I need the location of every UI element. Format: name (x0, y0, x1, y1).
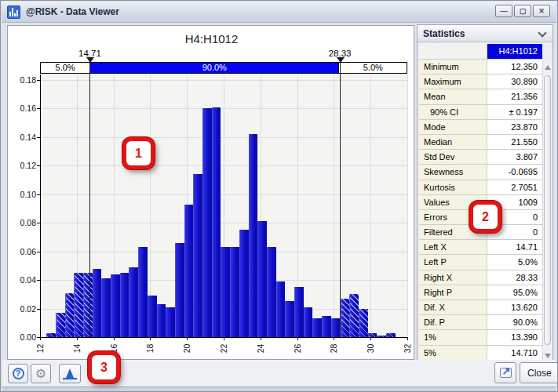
stat-value: 21.356 (487, 89, 542, 104)
histogram-bar[interactable] (56, 313, 65, 337)
table-row[interactable]: Dif. P90.0% (419, 315, 542, 330)
table-row[interactable]: Skewness-0.0695 (419, 165, 542, 180)
histogram-bar[interactable] (230, 247, 239, 337)
stat-label: Dif. P (419, 315, 487, 330)
histogram-bar[interactable] (111, 274, 120, 337)
right-delimiter-marker[interactable] (337, 57, 345, 63)
left-percent-cell: 5.0% (41, 63, 90, 73)
scroll-down-icon[interactable] (545, 354, 551, 358)
histogram-bar[interactable] (175, 243, 184, 337)
histogram-bar[interactable] (257, 221, 267, 337)
histogram-plot[interactable]: 0.000.020.040.060.080.100.120.140.160.18… (8, 26, 414, 359)
stats-column-header-row[interactable]: H4:H1012 (419, 44, 542, 60)
data-viewer-window: @RISK - Data Viewer — ▢ ✕ H4:H1012 0.000… (0, 0, 558, 392)
histogram-bar[interactable] (157, 304, 166, 337)
histogram-bar[interactable] (74, 273, 83, 337)
table-row[interactable]: Std Dev3.807 (419, 150, 542, 165)
export-button[interactable] (494, 362, 516, 383)
left-delimiter-line[interactable] (89, 63, 90, 337)
histogram-bar[interactable] (267, 247, 276, 337)
histogram-bar[interactable] (193, 174, 202, 337)
histogram-bar[interactable] (138, 247, 148, 337)
stat-value: 14.710 (487, 346, 542, 361)
histogram-bar[interactable] (312, 318, 322, 337)
table-row[interactable]: Right P95.0% (419, 285, 542, 300)
table-row[interactable]: Median21.550 (419, 135, 542, 150)
histogram-bar[interactable] (184, 205, 194, 337)
histogram-bar[interactable] (101, 278, 111, 337)
callout-badge-2: 2 (469, 201, 501, 233)
y-axis-label: 0.18 (11, 75, 36, 85)
stat-value: 2.7051 (487, 180, 542, 195)
stat-label: Mean (419, 89, 487, 104)
table-row[interactable]: 5%14.710 (419, 346, 542, 361)
x-axis-label: 22 (220, 337, 228, 361)
histogram-bar[interactable] (349, 294, 359, 337)
bottom-toolbar (2, 360, 556, 387)
histogram-bar[interactable] (120, 273, 129, 337)
title-bar[interactable]: @RISK - Data Viewer — ▢ ✕ (2, 2, 556, 23)
stat-value: 90.0% (487, 315, 542, 330)
x-axis-label: 12 (36, 337, 45, 361)
stat-label: Minimum (419, 60, 487, 74)
histogram-bar[interactable] (93, 269, 102, 337)
stat-value: 13.620 (487, 300, 542, 315)
histogram-bar[interactable] (83, 273, 93, 337)
close-window-button[interactable]: ✕ (533, 5, 550, 17)
chevron-down-icon[interactable] (538, 28, 546, 37)
x-gridline (334, 74, 334, 337)
x-axis-label: 24 (256, 337, 264, 361)
histogram-bar[interactable] (322, 316, 331, 337)
stat-label: Right P (419, 285, 487, 300)
histogram-bar[interactable] (148, 296, 157, 337)
right-delimiter-line[interactable] (340, 63, 341, 337)
histogram-bar[interactable] (239, 230, 249, 337)
histogram-bar[interactable] (285, 301, 294, 337)
histogram-bar[interactable] (221, 247, 230, 337)
histogram-bar[interactable] (331, 318, 341, 337)
table-row[interactable]: 1%13.390 (419, 330, 542, 345)
table-row[interactable]: Left P5.0% (419, 255, 542, 270)
close-button[interactable]: Close (520, 362, 558, 383)
table-row[interactable]: Maximum30.890 (419, 74, 542, 89)
histogram-bar[interactable] (294, 287, 304, 337)
statistics-header[interactable]: Statistics (418, 25, 553, 42)
histogram-bar[interactable] (341, 299, 350, 337)
table-row[interactable]: Minimum12.350 (419, 60, 542, 74)
scroll-thumb[interactable] (544, 75, 551, 345)
histogram-bar[interactable] (359, 309, 368, 337)
x-axis-line (40, 337, 407, 338)
help-button[interactable]: ? (8, 364, 28, 383)
table-row[interactable]: Left X14.71 (419, 240, 542, 255)
table-row[interactable]: 90% CI± 0.197 (419, 105, 542, 120)
minimize-button[interactable]: — (495, 5, 512, 17)
table-row[interactable]: Mode23.870 (419, 120, 542, 135)
table-row[interactable]: Mean21.356 (419, 89, 542, 104)
histogram-bar[interactable] (65, 293, 75, 337)
histogram-bar[interactable] (249, 134, 258, 337)
left-delimiter-marker[interactable] (86, 57, 94, 63)
stats-scrollbar[interactable] (542, 61, 552, 362)
stat-label (419, 44, 487, 60)
histogram-bar[interactable] (202, 108, 212, 337)
x-axis-label: 26 (293, 337, 301, 361)
table-row[interactable]: Kurtosis2.7051 (419, 180, 542, 195)
table-row[interactable]: Right X28.33 (419, 270, 542, 285)
settings-button[interactable]: ⚙ (31, 364, 51, 383)
distribution-view-button[interactable] (59, 364, 81, 383)
stat-label: Dif. X (419, 300, 487, 315)
histogram-bar[interactable] (212, 107, 221, 337)
y-axis-label: 0.14 (11, 132, 36, 142)
histogram-bar[interactable] (304, 307, 313, 337)
stat-value: 14.71 (487, 240, 542, 255)
maximize-button[interactable]: ▢ (514, 5, 531, 17)
histogram-bar[interactable] (166, 307, 175, 337)
y-axis-label: 0.02 (11, 304, 36, 314)
y-axis-label: 0.00 (11, 332, 36, 342)
scroll-up-icon[interactable] (545, 65, 551, 70)
stat-label: Left X (419, 240, 487, 255)
stat-value: 28.33 (487, 270, 542, 285)
histogram-bar[interactable] (276, 281, 286, 337)
table-row[interactable]: Dif. X13.620 (419, 300, 542, 315)
histogram-bar[interactable] (129, 267, 138, 337)
